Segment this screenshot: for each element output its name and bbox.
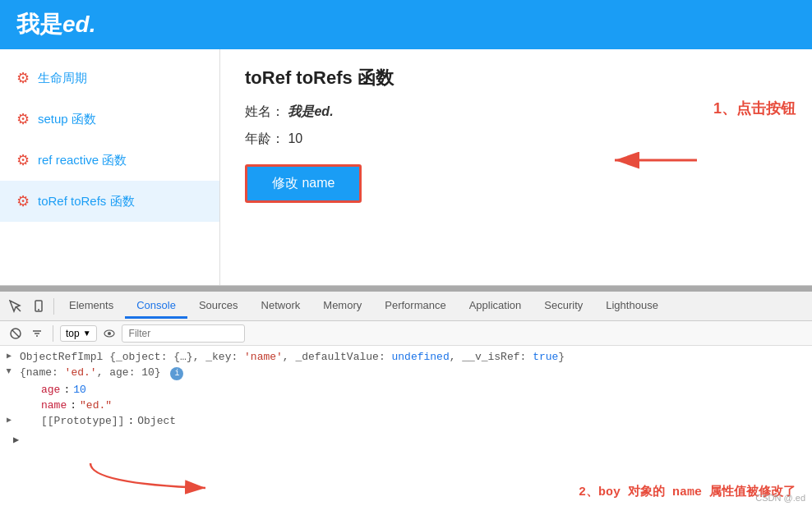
expand-arrow-1[interactable]: ▶ [7, 351, 12, 361]
console-text-2: {name: 'ed.', age: 10} i [20, 366, 183, 380]
content-title: toRef toRefs 函数 [245, 66, 787, 90]
sidebar-item-label-2: setup 函数 [38, 112, 96, 127]
modify-name-button[interactable]: 修改 name [245, 164, 362, 203]
info-badge: i [170, 367, 183, 380]
devtools-inspect-icon[interactable] [4, 295, 27, 318]
tab-separator [53, 298, 54, 315]
prop-val-age: 10 [73, 384, 86, 396]
prop-key-name: name [41, 399, 67, 412]
watermark: CSDN @.ed [755, 493, 805, 503]
tab-lighthouse[interactable]: Lighthouse [594, 294, 670, 319]
header: 我是ed. [0, 0, 812, 49]
gear-icon-4: ⚙ [16, 192, 30, 210]
devtools-mobile-icon[interactable] [27, 295, 50, 318]
sidebar-item-toref[interactable]: ⚙ toRef toRefs 函数 [0, 181, 219, 222]
sidebar: ⚙ 生命周期 ⚙ setup 函数 ⚙ ref reactive 函数 ⚙ to… [0, 49, 220, 285]
svg-line-6 [12, 330, 19, 337]
sidebar-item-ref-reactive[interactable]: ⚙ ref reactive 函数 [0, 140, 219, 181]
annotation-1-text: 1、点击按钮 [713, 99, 796, 118]
sidebar-item-label-1: 生命周期 [38, 71, 87, 86]
header-title-italic: ed. [62, 12, 95, 37]
tab-elements[interactable]: Elements [58, 294, 125, 319]
devtools-panel: Elements Console Sources Network Memory … [0, 286, 812, 506]
svg-line-2 [16, 306, 21, 311]
age-label: 年龄： [245, 131, 284, 145]
header-title-normal: 我是 [16, 12, 62, 37]
context-selector[interactable]: top ▼ [60, 325, 97, 342]
toolbar-separator [53, 325, 53, 342]
tab-console[interactable]: Console [125, 294, 187, 319]
tab-memory[interactable]: Memory [311, 294, 373, 319]
tab-network[interactable]: Network [250, 294, 312, 319]
sidebar-item-label-4: toRef toRefs 函数 [38, 194, 135, 209]
console-line-1: ▶ ObjectRefImpl {_object: {…}, _key: 'na… [0, 349, 812, 365]
tab-security[interactable]: Security [533, 294, 594, 319]
arrow-annotation-2 [82, 455, 214, 496]
console-line-3: age : 10 [0, 382, 812, 398]
arrow-annotation-1 [607, 144, 705, 177]
sidebar-item-label-3: ref reactive 函数 [38, 153, 127, 168]
console-output: ▶ ObjectRefImpl {_object: {…}, _key: 'na… [0, 346, 812, 506]
console-line-5: ▶ [[Prototype]] : Object [0, 413, 812, 429]
tab-sources[interactable]: Sources [187, 294, 250, 319]
gear-icon-2: ⚙ [16, 110, 30, 128]
sidebar-item-setup[interactable]: ⚙ setup 函数 [0, 99, 219, 140]
expand-arrow-2[interactable]: ▶ [4, 369, 14, 374]
console-prompt-arrow: ▶ [13, 434, 19, 446]
main-area: ⚙ 生命周期 ⚙ setup 函数 ⚙ ref reactive 函数 ⚙ to… [0, 49, 812, 286]
tab-application[interactable]: Application [458, 294, 533, 319]
prop-key-proto: [[Prototype]] [41, 415, 124, 427]
console-filter-input[interactable] [122, 324, 245, 343]
console-text-1: ObjectRefImpl {_object: {…}, _key: 'name… [20, 351, 565, 363]
console-line-4: name : "ed." [0, 398, 812, 413]
svg-point-11 [108, 332, 111, 335]
prop-key-age: age [41, 384, 60, 396]
prop-val-name: "ed." [80, 399, 112, 412]
content-area: toRef toRefs 函数 姓名： 我是ed. 年龄： 10 修改 name… [220, 49, 812, 285]
age-value: 10 [288, 131, 302, 145]
gear-icon-3: ⚙ [16, 151, 30, 169]
devtools-tabs-bar: Elements Console Sources Network Memory … [0, 292, 812, 321]
name-label: 姓名： [245, 104, 284, 118]
context-dropdown-arrow: ▼ [83, 329, 91, 338]
console-toolbar: top ▼ [0, 321, 812, 346]
console-line-2: ▶ {name: 'ed.', age: 10} i [0, 365, 812, 382]
expand-arrow-5[interactable]: ▶ [7, 415, 12, 425]
tab-performance[interactable]: Performance [373, 294, 457, 319]
prop-val-proto: Object [137, 415, 176, 427]
content-age-field: 年龄： 10 [245, 131, 787, 148]
annotation-1: 1、点击按钮 [713, 99, 796, 118]
header-title: 我是ed. [16, 9, 95, 40]
console-prompt-line: ▶ [0, 432, 812, 448]
context-label: top [66, 328, 80, 339]
eye-icon[interactable] [100, 324, 118, 343]
sidebar-item-lifecycle[interactable]: ⚙ 生命周期 [0, 58, 219, 99]
content-name-field: 姓名： 我是ed. [245, 104, 787, 121]
filter-toggle-button[interactable] [28, 324, 46, 343]
gear-icon-1: ⚙ [16, 69, 30, 87]
clear-console-button[interactable] [7, 324, 25, 343]
name-value: 我是ed. [288, 104, 333, 118]
